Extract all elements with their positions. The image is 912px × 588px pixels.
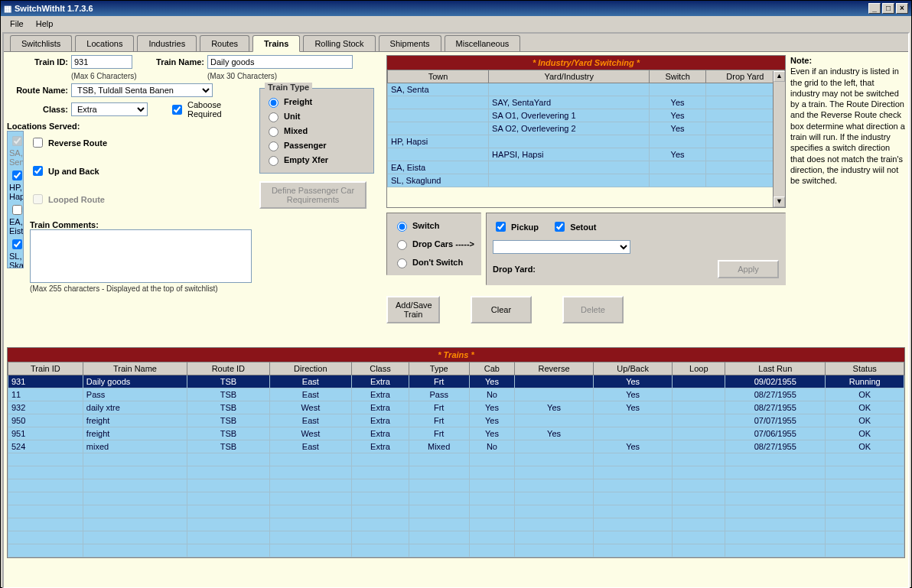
reverse-route-checkbox[interactable] xyxy=(33,138,43,148)
up-back-label: Up and Back xyxy=(48,167,99,176)
drop-yard-label: Drop Yard: xyxy=(493,265,536,274)
train-row[interactable]: 950freightTSBEastExtraFrtYes07/07/1955OK xyxy=(8,414,904,427)
train-row[interactable]: 932daily xtreTSBWestExtraFrtYesYesYes08/… xyxy=(8,401,904,414)
switch-row[interactable]: SL, Skaglund xyxy=(388,174,785,187)
drop-cars-radio[interactable] xyxy=(397,240,407,250)
train-name-label: Train Name: xyxy=(135,57,204,67)
train-row-empty xyxy=(8,453,904,466)
switch-row[interactable]: SA, Senta xyxy=(388,83,785,96)
train-row-empty xyxy=(8,518,904,531)
location-item[interactable]: HP, Hapsi xyxy=(9,167,21,202)
comments-label: Train Comments: xyxy=(30,220,252,229)
define-passenger-button: Define Passenger Car Requirements xyxy=(259,181,366,209)
setout-checkbox[interactable] xyxy=(555,222,565,232)
menu-help[interactable]: Help xyxy=(30,18,60,29)
train-row-empty xyxy=(8,505,904,518)
tab-bar: SwitchlistsLocationsIndustriesRoutesTrai… xyxy=(4,34,908,52)
switch-row[interactable]: SA O1, Overlevering 1Yes xyxy=(388,109,785,122)
note-heading: Note: xyxy=(790,55,905,66)
class-select[interactable]: Extra xyxy=(71,102,148,116)
switch-row[interactable]: EA, Eista xyxy=(388,161,785,174)
tab-miscellaneous[interactable]: Miscellaneous xyxy=(445,35,521,51)
switch-radio[interactable] xyxy=(397,222,407,232)
tab-switchlists[interactable]: Switchlists xyxy=(10,35,72,51)
titlebar: ▦ SwitchWithIt 1.7.3.6 _ □ × xyxy=(1,1,911,16)
add-save-button[interactable]: Add/Save Train xyxy=(386,296,440,323)
comments-hint: (Max 255 characters - Displayed at the t… xyxy=(30,284,252,293)
tab-locations[interactable]: Locations xyxy=(75,35,134,51)
train-type-legend: Train Type xyxy=(265,83,312,92)
train-row-empty xyxy=(8,531,904,544)
trains-grid[interactable]: Train IDTrain NameRoute IDDirectionClass… xyxy=(8,362,904,557)
train-name-input[interactable] xyxy=(207,55,353,69)
pickup-checkbox[interactable] xyxy=(496,222,506,232)
class-label: Class: xyxy=(7,105,68,114)
looped-checkbox xyxy=(33,194,43,204)
reverse-route-label: Reverse Route xyxy=(48,138,107,148)
switch-row[interactable]: SAY, SentaYardYes xyxy=(388,96,785,109)
route-name-label: Route Name: xyxy=(7,86,68,95)
note-body: Even if an industry is listed in the gri… xyxy=(790,66,905,186)
location-item[interactable]: EA, Eista xyxy=(9,202,21,236)
delete-button: Delete xyxy=(562,296,624,323)
train-type-mixed[interactable] xyxy=(269,127,278,137)
drop-cars-select[interactable] xyxy=(493,240,630,254)
locations-listbox[interactable]: SA, Senta HP, Hapsi EA, Eista SL, Skaglu… xyxy=(7,131,24,268)
caboose-checkbox[interactable] xyxy=(172,105,182,115)
train-row-empty xyxy=(8,466,904,479)
trains-grid-title: * Trains * xyxy=(8,348,904,362)
locations-served-label: Locations Served: xyxy=(7,122,252,131)
train-type-passenger[interactable] xyxy=(269,141,278,151)
minimize-button[interactable]: _ xyxy=(868,3,881,14)
menubar: File Help xyxy=(1,16,911,31)
train-row[interactable]: 931Daily goodsTSBEastExtraFrtYesYes09/02… xyxy=(8,375,904,388)
dont-switch-radio[interactable] xyxy=(397,258,407,268)
train-row[interactable]: 11PassTSBEastExtraPassNoYes08/27/1955OK xyxy=(8,388,904,401)
switch-grid[interactable]: TownYard/IndustrySwitchDrop YardSA, Sent… xyxy=(387,70,785,187)
apply-button: Apply xyxy=(718,260,779,278)
scrollbar[interactable]: ▲▼ xyxy=(773,71,785,207)
tab-shipments[interactable]: Shipments xyxy=(379,35,441,51)
switch-row[interactable]: HP, Hapsi xyxy=(388,135,785,148)
maximize-button[interactable]: □ xyxy=(882,3,894,14)
train-row[interactable]: 951freightTSBWestExtraFrtYesYes07/06/195… xyxy=(8,427,904,440)
location-item[interactable]: SL, Skaglund xyxy=(9,236,21,268)
location-item: SA, Senta xyxy=(9,133,21,167)
train-type-freight[interactable] xyxy=(269,98,278,108)
train-id-input[interactable] xyxy=(71,55,132,69)
looped-label: Looped Route xyxy=(48,195,105,204)
train-row[interactable]: 524mixedTSBEastExtraMixedNoYes08/27/1955… xyxy=(8,440,904,453)
tab-trains[interactable]: Trains xyxy=(252,35,300,52)
menu-file[interactable]: File xyxy=(4,18,30,29)
train-row-empty xyxy=(8,479,904,492)
tab-industries[interactable]: Industries xyxy=(137,35,197,51)
caboose-label: Caboose Required xyxy=(187,100,233,119)
close-button[interactable]: × xyxy=(896,3,908,14)
tab-rolling-stock[interactable]: Rolling Stock xyxy=(303,35,375,51)
switch-row[interactable]: SA O2, Overlevering 2Yes xyxy=(388,122,785,135)
train-name-hint: (Max 30 Characters) xyxy=(207,72,277,80)
train-row-empty xyxy=(8,544,904,557)
train-type-unit[interactable] xyxy=(269,112,278,122)
train-id-label: Train ID: xyxy=(7,57,68,67)
up-back-checkbox[interactable] xyxy=(33,166,43,176)
train-type-empty-xfer[interactable] xyxy=(269,156,278,166)
train-id-hint: (Max 6 Characters) xyxy=(71,72,140,80)
switch-row[interactable]: HAPSI, HapsiYes xyxy=(388,148,785,161)
tab-routes[interactable]: Routes xyxy=(200,35,249,51)
train-row-empty xyxy=(8,492,904,505)
app-icon: ▦ xyxy=(4,4,11,14)
window-title: SwitchWithIt 1.7.3.6 xyxy=(15,4,867,13)
route-name-select[interactable]: TSB, Tuldall Senta Banen xyxy=(71,83,213,97)
clear-button[interactable]: Clear xyxy=(471,296,532,323)
switch-grid-title: * Industry/Yard Switching * xyxy=(387,56,785,70)
comments-textarea[interactable] xyxy=(30,229,252,283)
